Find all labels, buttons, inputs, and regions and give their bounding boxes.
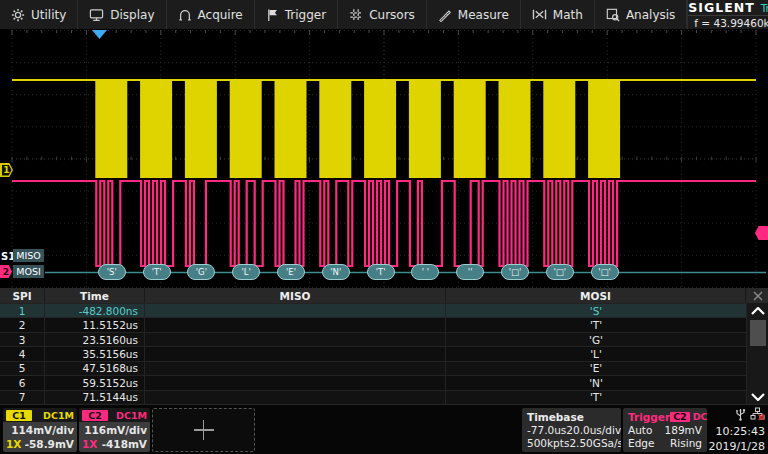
trigger-level: 189mV [665, 425, 702, 436]
add-channel-button[interactable] [152, 408, 255, 452]
decode-bubble: '□' [591, 264, 619, 280]
menu-item-measure[interactable]: Measure [427, 0, 521, 29]
decode-bubble: 'N' [322, 264, 350, 280]
network-error-icon [750, 407, 765, 423]
row-mosi: 'G' [446, 333, 746, 346]
row-mosi: 'S' [446, 304, 746, 317]
menu-item-utility[interactable]: Utility [0, 0, 78, 29]
trigger-status: Trig'd [761, 2, 768, 14]
trigger-descriptor[interactable]: Trigger C2 DC Auto 189mV Edge Rising [623, 408, 707, 452]
analysis-icon [606, 8, 620, 22]
table-row[interactable]: 435.5156us'L' [0, 346, 746, 360]
table-row[interactable]: 1-482.800ns'S' [0, 303, 746, 317]
row-index: 7 [0, 391, 45, 404]
row-time: 71.5144us [45, 391, 145, 404]
menu-item-cursors[interactable]: Cursors [338, 0, 427, 29]
decode-bubble: '' [456, 264, 484, 280]
oscilloscope-screen: UtilityDisplayAcquireTriggerCursorsMeasu… [0, 0, 768, 454]
table-row[interactable]: 771.5144us'T' [0, 390, 746, 404]
gear-icon [11, 8, 25, 22]
channel1-offset: -58.9mV [25, 439, 74, 450]
menu-item-acquire[interactable]: Acquire [167, 0, 255, 29]
channel1-probe: 1X [6, 439, 21, 450]
acquire-icon [178, 8, 192, 22]
row-miso [145, 347, 446, 360]
row-mosi: 'L' [446, 347, 746, 360]
usb-icon [735, 407, 746, 423]
table-row[interactable]: 323.5160us'G' [0, 332, 746, 346]
scroll-down-button[interactable] [747, 389, 768, 404]
plus-icon [194, 420, 214, 440]
trigger-source-badge: C2 [670, 412, 690, 422]
trigger-type: Edge [628, 438, 654, 449]
row-index: 5 [0, 362, 45, 375]
row-miso [145, 304, 446, 317]
timebase-rate: 2.50GSa/s [569, 438, 621, 449]
row-mosi: 'E' [446, 362, 746, 375]
timebase-title: Timebase [527, 412, 584, 423]
table-row[interactable]: 211.5152us'T' [0, 317, 746, 331]
siglent-logo: SIGLENT [688, 0, 754, 15]
menu-item-math[interactable]: Math [521, 0, 595, 29]
menu-bar: UtilityDisplayAcquireTriggerCursorsMeasu… [0, 0, 768, 30]
decode-bubble: ' ' [411, 264, 439, 280]
scroll-up-button[interactable] [747, 303, 768, 318]
trigger-slope: Rising [670, 438, 702, 449]
decode-bubble: '□' [501, 264, 529, 280]
menu-item-label: Analysis [626, 8, 675, 22]
decode-table: SPI Time MISO MOSI 1-482.800ns'S'211.515… [0, 288, 768, 404]
channel2-badge: C2 [82, 410, 108, 421]
trigger-mode: Auto [628, 425, 652, 436]
timebase-scale: 20.0us/div [566, 425, 621, 436]
header-mosi: MOSI [446, 288, 746, 303]
row-time: 35.5156us [45, 347, 145, 360]
decode-table-header: SPI Time MISO MOSI [0, 288, 768, 303]
menu-item-label: Measure [458, 8, 509, 22]
row-index: 6 [0, 376, 45, 389]
channel2-descriptor[interactable]: C2 DC1M 116mV/div 1X -418mV [79, 408, 150, 452]
table-scrollbar [746, 288, 768, 404]
decode-bubble: 'S' [98, 264, 126, 280]
decode-bubble: 'G' [187, 264, 215, 280]
row-time: -482.800ns [45, 304, 145, 317]
status-bar: C1 DC1M 114mV/div 1X -58.9mV C2 DC1M 116… [0, 404, 768, 454]
row-mosi: 'N' [446, 376, 746, 389]
decode-bubble: 'E' [277, 264, 305, 280]
menu-item-display[interactable]: Display [78, 0, 166, 29]
row-time: 59.5152us [45, 376, 145, 389]
row-miso [145, 333, 446, 346]
channel1-badge: C1 [6, 410, 32, 421]
row-index: 4 [0, 347, 45, 360]
row-mosi: 'T' [446, 318, 746, 331]
menu-item-label: Cursors [369, 8, 415, 22]
flag-icon [266, 8, 279, 22]
scrollbar-thumb[interactable] [750, 320, 766, 346]
header-time: Time [45, 288, 145, 303]
menu-item-label: Display [110, 8, 154, 22]
mosi-bus-label[interactable]: MOSI [13, 265, 44, 278]
menu-item-analysis[interactable]: Analysis [595, 0, 687, 29]
channel2-probe: 1X [82, 439, 97, 450]
channel1-scale: 114mV/div [11, 425, 74, 436]
channel2-scale: 116mV/div [84, 425, 147, 436]
table-row[interactable]: 659.5152us'N' [0, 375, 746, 389]
menu-item-trigger[interactable]: Trigger [255, 0, 338, 29]
table-row[interactable]: 547.5168us'E' [0, 361, 746, 375]
row-index: 1 [0, 304, 45, 317]
close-decode-table-button[interactable] [747, 288, 768, 303]
cursors-icon [349, 8, 363, 22]
clock-box: 10:25:43 2019/1/28 [703, 407, 765, 453]
channel1-descriptor[interactable]: C1 DC1M 114mV/div 1X -58.9mV [3, 408, 77, 452]
header-spi: SPI [0, 288, 45, 303]
row-index: 3 [0, 333, 45, 346]
miso-bus-label[interactable]: MISO [13, 249, 44, 262]
decode-bubble: 'T' [367, 264, 395, 280]
channel1-coupling: DC1M [43, 410, 74, 421]
row-miso [145, 318, 446, 331]
channel2-offset: -418mV [102, 439, 147, 450]
timebase-descriptor[interactable]: Timebase -77.0us 20.0us/div 500kpts 2.50… [522, 408, 621, 452]
system-time: 10:25:43 [716, 425, 765, 438]
row-time: 47.5168us [45, 362, 145, 375]
trigger-frequency: f = 43.99460kHz [694, 17, 768, 29]
display-icon [89, 8, 104, 22]
